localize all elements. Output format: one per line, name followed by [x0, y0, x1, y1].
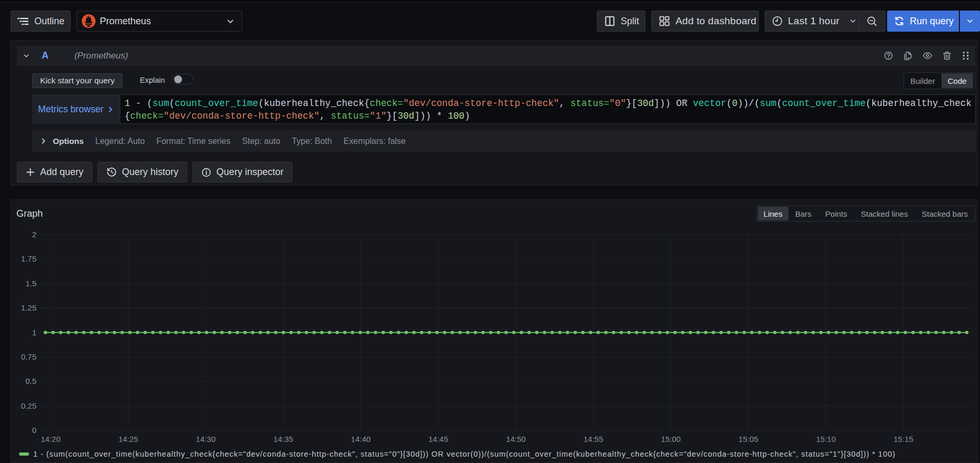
svg-text:1: 1	[32, 328, 36, 337]
svg-text:0.75: 0.75	[21, 352, 36, 361]
svg-text:15:10: 15:10	[816, 435, 836, 443]
svg-text:1.25: 1.25	[21, 303, 36, 312]
svg-text:14:30: 14:30	[196, 435, 216, 443]
svg-text:14:35: 14:35	[273, 435, 293, 443]
svg-text:14:25: 14:25	[118, 435, 138, 443]
svg-text:0: 0	[32, 426, 36, 435]
svg-text:14:40: 14:40	[351, 435, 371, 443]
svg-text:15:15: 15:15	[893, 435, 914, 443]
svg-text:14:50: 14:50	[506, 435, 526, 443]
svg-text:15:05: 15:05	[738, 435, 758, 443]
svg-text:14:45: 14:45	[429, 435, 449, 443]
svg-text:14:20: 14:20	[41, 435, 61, 443]
svg-text:0.5: 0.5	[25, 377, 36, 385]
svg-text:14:55: 14:55	[584, 435, 604, 443]
svg-text:1.75: 1.75	[21, 254, 36, 263]
svg-text:0.25: 0.25	[21, 401, 36, 410]
svg-text:1 - (sum(count_over_time(kuber: 1 - (sum(count_over_time(kuberhealthy_ch…	[33, 450, 896, 458]
svg-text:2: 2	[32, 230, 36, 239]
svg-text:1.5: 1.5	[25, 279, 36, 288]
svg-text:15:00: 15:00	[661, 435, 681, 443]
